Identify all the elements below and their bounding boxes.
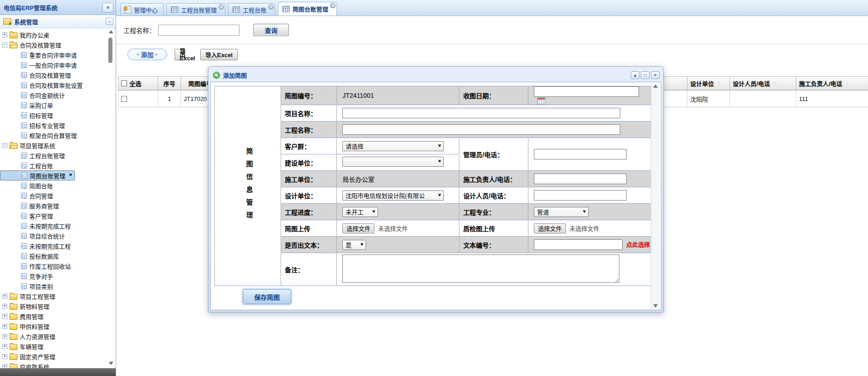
tree-item[interactable]: 未按期完成工程	[0, 221, 116, 231]
tree-item[interactable]: 未按期完成工程	[0, 241, 116, 251]
tree-item[interactable]: +费用管理	[0, 311, 116, 321]
close-dialog-button[interactable]: ✕	[651, 71, 660, 79]
tree-item[interactable]: +新物料管理	[0, 301, 116, 311]
engineering-name-input[interactable]	[342, 124, 620, 135]
text-out-select[interactable]: 是	[342, 240, 366, 250]
expander-icon[interactable]: +	[2, 354, 7, 359]
tree-item[interactable]: 合同及核算管理	[0, 70, 116, 80]
tree-item[interactable]: 项目综合统计	[0, 231, 116, 241]
tree-item[interactable]: 招标专业管理	[0, 120, 116, 130]
expander-icon[interactable]: −	[2, 143, 7, 148]
scroll-down-icon[interactable]	[109, 362, 113, 365]
manager-phone-input[interactable]	[534, 149, 627, 159]
folder-icon	[10, 324, 17, 330]
tree-item[interactable]: 项目类别	[0, 281, 116, 291]
sketch-form: 简图信息管理 简图编号： JT2411001 收图日期： 项目名称： 工程名称：…	[214, 86, 653, 286]
expander-icon[interactable]: +	[2, 314, 7, 319]
progress-select[interactable]: 未开工	[342, 207, 378, 217]
scrollbar-thumb[interactable]	[108, 37, 112, 63]
tree-item[interactable]: 合同金额统计	[0, 90, 116, 100]
tree-item[interactable]: +车辆管理	[0, 341, 116, 351]
remark-textarea[interactable]	[342, 254, 619, 283]
construction-phone-input[interactable]	[534, 174, 627, 184]
tab-project-ledger[interactable]: 工程台账 ✕	[228, 3, 275, 16]
text-no-input[interactable]	[534, 239, 623, 250]
tab-close-icon[interactable]: ✕	[218, 4, 224, 10]
sketch-file-button[interactable]: 选择文件	[342, 223, 374, 233]
search-input[interactable]	[158, 25, 240, 36]
dialog-scrollbar[interactable]	[651, 84, 659, 308]
dialog-title-bar[interactable]: 添加简图 ▲ □ ✕	[210, 69, 661, 82]
expander-icon[interactable]: +	[2, 324, 7, 329]
panel-collapse-button[interactable]: −	[106, 18, 113, 25]
scroll-down-icon[interactable]	[653, 304, 658, 307]
dialog-footer: 保存简图	[214, 286, 649, 306]
maximize-dialog-button[interactable]: □	[641, 71, 650, 79]
save-sketch-button[interactable]: 保存简图	[243, 289, 291, 304]
tab-management-center[interactable]: 管理中心	[120, 3, 164, 16]
row-checkbox[interactable]	[121, 96, 127, 102]
specialty-select[interactable]: 管道	[534, 207, 589, 217]
expander-icon[interactable]: +	[2, 304, 7, 309]
tree-item-selected[interactable]: 简图台账管理	[0, 170, 75, 180]
tree-item[interactable]: 一般合同评审申请	[0, 60, 116, 70]
column-header-designer-phone[interactable]: 设计人员/电话↑	[730, 77, 796, 90]
tree-item[interactable]: 重要合同评审申请	[0, 50, 116, 60]
tree-item[interactable]: 服务商管理	[0, 201, 116, 211]
sidebar-scrollbar[interactable]	[107, 29, 114, 366]
tree-item[interactable]: 招标管理	[0, 110, 116, 120]
pick-text-link[interactable]: 点此选择	[626, 241, 650, 248]
tree-item[interactable]: +我的办公桌	[0, 30, 116, 40]
designer-phone-input[interactable]	[534, 190, 627, 201]
column-header-builder-phone[interactable]: 施工负责人/电话↑	[796, 77, 868, 90]
tab-close-icon[interactable]: ✕	[330, 3, 335, 8]
add-button[interactable]: 添加	[127, 48, 167, 60]
tree-item[interactable]: 竞争对手	[0, 271, 116, 281]
expander-icon[interactable]: +	[2, 32, 7, 37]
tree-item[interactable]: −项目管理系统	[0, 140, 116, 150]
query-button[interactable]: 查询	[253, 24, 289, 36]
receive-date-input[interactable]	[534, 86, 639, 97]
engineering-name-label: 工程名称：	[281, 122, 337, 138]
tree-item[interactable]: 作废工程回收站	[0, 261, 116, 271]
tree-item[interactable]: 客户管理	[0, 211, 116, 221]
expander-icon[interactable]: +	[2, 344, 7, 349]
tree-item[interactable]: +甲供料管理	[0, 321, 116, 331]
tree-item[interactable]: 框架合同合算管理	[0, 130, 116, 140]
tab-sketch-ledger-management[interactable]: 简图台账管理 ✕	[278, 2, 337, 16]
tree-item[interactable]: 投标数据库	[0, 251, 116, 261]
expander-icon[interactable]: +	[2, 294, 7, 299]
build-unit-select[interactable]	[342, 157, 444, 167]
tree-item[interactable]: −合同及核算管理	[0, 40, 116, 50]
collapse-dialog-button[interactable]: ▲	[631, 71, 639, 79]
tree-item[interactable]: +人力资源管理	[0, 331, 116, 341]
text-no-label: 文本编号：	[459, 237, 528, 253]
export-excel-button[interactable]: 导出Excel	[175, 49, 185, 60]
tree-item[interactable]: 工程台账	[0, 160, 116, 170]
import-excel-button[interactable]: 导入Excel	[200, 49, 238, 60]
tree-item[interactable]: 合同管理	[0, 191, 116, 201]
scroll-up-icon[interactable]	[109, 30, 113, 33]
column-header-design-unit[interactable]: 设计单位↑	[687, 77, 730, 90]
tree-item[interactable]: 工程台账管理	[0, 150, 116, 160]
sidebar-collapse-button[interactable]: «	[102, 3, 113, 12]
tree-item[interactable]: 采购订单	[0, 100, 116, 110]
expander-icon[interactable]: +	[2, 334, 7, 339]
tree-item[interactable]: +项目工程管理	[0, 291, 116, 301]
design-unit-select[interactable]: 沈阳市电信规划设计院(有限公	[342, 191, 444, 201]
select-all-checkbox[interactable]	[121, 80, 127, 86]
qc-file-button[interactable]: 选择文件	[534, 223, 566, 233]
tree-item[interactable]: +固定资产管理	[0, 351, 116, 361]
tab-close-icon[interactable]: ✕	[268, 4, 274, 10]
expander-icon[interactable]: −	[2, 42, 7, 48]
select-all-header[interactable]: 全选	[118, 77, 158, 90]
tab-project-ledger-management[interactable]: 工程台账管理 ✕	[166, 3, 225, 16]
tree-item[interactable]: 简图台账	[0, 180, 116, 191]
project-name-input[interactable]	[342, 108, 620, 118]
tree-item[interactable]: 合同及核算审批设置	[0, 80, 116, 90]
customer-group-select[interactable]: 请选择	[342, 141, 444, 151]
scroll-up-icon[interactable]	[653, 85, 658, 88]
system-folder-icon	[3, 18, 11, 25]
calendar-icon[interactable]	[537, 97, 545, 105]
column-header-seq[interactable]: 序号	[158, 77, 181, 90]
